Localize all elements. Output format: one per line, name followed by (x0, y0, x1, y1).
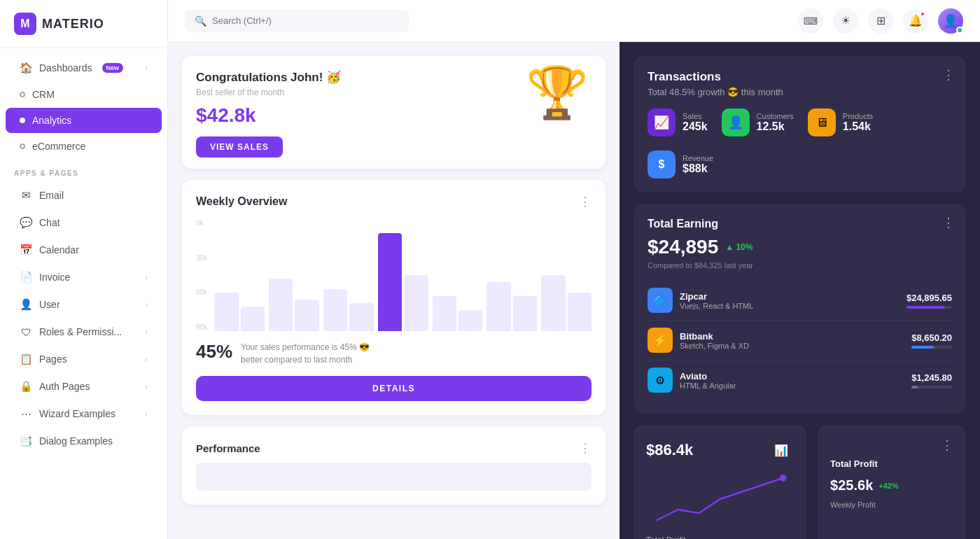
calendar-icon: 📅 (20, 244, 32, 256)
sidebar-item-email[interactable]: ✉ Email (6, 182, 162, 209)
panel-right: ⋮ Transactions Total 48.5% growth 😎 this… (620, 42, 980, 539)
sidebar-item-label: Dashboards (39, 62, 92, 74)
stat-products: 🖥 Products 1.54k (808, 108, 873, 136)
theme-toggle-button[interactable]: ☀ (833, 8, 858, 34)
sidebar-item-wizard[interactable]: ⋯ Wizard Examples › (6, 400, 162, 427)
chevron-down-icon: › (145, 64, 148, 72)
notifications-button[interactable]: 🔔 (903, 8, 928, 34)
nav-dot-active (20, 118, 25, 123)
chevron-right-icon: › (145, 355, 148, 363)
grid-button[interactable]: ⊞ (868, 8, 893, 34)
sidebar-item-label: Auth Pages (39, 381, 90, 392)
sidebar-item-ecommerce[interactable]: eCommerce (6, 134, 162, 159)
performance-card: Performance ⋮ (182, 426, 606, 505)
notification-dot (920, 11, 925, 17)
bar-group-3 (323, 289, 374, 331)
bar-group-2 (269, 279, 319, 331)
bar-light (269, 279, 293, 331)
sidebar-item-dialog[interactable]: 📑 Dialog Examples (6, 428, 162, 454)
bar-purple (378, 233, 402, 331)
stat-sales: 📈 Sales 245k (648, 108, 708, 136)
trophy-icon: 🏆 (526, 63, 589, 122)
revenue-icon: $ (648, 150, 676, 178)
invoice-icon: 📄 (20, 271, 32, 284)
search-bar[interactable]: 🔍 (185, 10, 409, 32)
nav-badge-new: New (102, 63, 124, 73)
sidebar-item-analytics[interactable]: Analytics (6, 108, 162, 133)
bar-light (241, 307, 265, 331)
transactions-menu-button[interactable]: ⋮ (942, 67, 955, 83)
customers-icon: 👤 (722, 108, 750, 136)
sidebar-item-roles[interactable]: 🛡 Roles & Permissi... › (6, 318, 162, 345)
bitbank-value: $8,650.20 (911, 332, 952, 349)
zipcar-progress (906, 306, 952, 309)
total-earning-card: ⋮ Total Earning $24,895 ▲ 10% Compared t… (634, 204, 966, 414)
svg-point-0 (780, 475, 787, 482)
sidebar-item-label: Email (39, 190, 64, 201)
transactions-title: Transactions (648, 70, 952, 84)
sidebar-item-pages[interactable]: 📋 Pages › (6, 346, 162, 372)
earning-item-zipcar: 🔷 Zipcar Vuejs, React & HTML $24,895.65 (648, 281, 952, 321)
earning-badge: ▲ 10% (725, 242, 752, 252)
header-actions: ⌨ ☀ ⊞ 🔔 👤 (798, 8, 963, 34)
sidebar-navigation: 🏠 Dashboards New › CRM Analytics eCommer… (0, 48, 167, 539)
weekly-menu-button[interactable]: ⋮ (579, 194, 592, 209)
weekly-overview-card: Weekly Overview ⋮ 90k 60k 30k 0k (182, 180, 606, 415)
weekly-description: Your sales performance is 45% 😎better co… (241, 341, 370, 366)
stat-info: Revenue $88k (682, 154, 713, 175)
bitbank-logo: ⚡ (648, 328, 673, 353)
profit-chart-icon: 📊 (769, 438, 794, 463)
y-label: 60k (196, 288, 207, 296)
transactions-stats: 📈 Sales 245k 👤 Customers 12.5k (648, 108, 952, 178)
sidebar-item-dashboards[interactable]: 🏠 Dashboards New › (6, 55, 162, 81)
bar-light (404, 275, 428, 331)
weekly-percentage: 45% (196, 341, 232, 363)
y-label: 30k (196, 254, 207, 262)
chevron-right-icon: › (145, 382, 148, 391)
earning-compare: Compared to $84,325 last year (648, 261, 952, 270)
sidebar-item-auth[interactable]: 🔒 Auth Pages › (6, 373, 162, 400)
y-label: 90k (196, 323, 207, 331)
stat-info: Customers 12.5k (757, 112, 794, 133)
user-avatar[interactable]: 👤 (938, 8, 963, 34)
bar-group-1 (214, 293, 265, 331)
profit-chart-label: Total Profit (646, 536, 794, 539)
sales-icon: 📈 (648, 108, 676, 136)
bar-group-5 (433, 296, 483, 331)
sidebar-item-label: Pages (39, 354, 67, 365)
sidebar-item-crm[interactable]: CRM (6, 82, 162, 107)
weekly-profit-menu-button[interactable]: ⋮ (941, 438, 953, 453)
sidebar-item-invoice[interactable]: 📄 Invoice › (6, 264, 162, 290)
dialog-icon: 📑 (20, 435, 32, 447)
sidebar-item-chat[interactable]: 💬 Chat (6, 209, 162, 236)
bar-light (323, 289, 347, 331)
total-profit-chart-card: $86.4k 📊 Total Profit (634, 425, 806, 539)
stat-customers: 👤 Customers 12.5k (722, 108, 794, 136)
sidebar-logo: M MATERIO (0, 0, 167, 48)
nav-dot (20, 144, 25, 149)
sidebar-item-user[interactable]: 👤 User › (6, 291, 162, 318)
bar-group-6 (486, 282, 537, 331)
earning-title: Total Earning (648, 218, 952, 230)
congratulations-card: Congratulations John! 🥳 Best seller of t… (182, 56, 606, 169)
sidebar: M MATERIO 🏠 Dashboards New › CRM Analyti… (0, 0, 168, 539)
aviato-value: $1,245.80 (911, 372, 952, 388)
view-sales-button[interactable]: VIEW SALES (196, 136, 283, 158)
performance-menu-button[interactable]: ⋮ (579, 440, 592, 456)
sidebar-item-label: User (39, 299, 60, 310)
search-input[interactable] (212, 15, 399, 26)
stat-info: Sales 245k (682, 112, 708, 133)
email-icon: ✉ (20, 189, 32, 202)
bar-light (486, 282, 510, 331)
weekly-profit-sublabel: Weekly Profit (830, 500, 953, 509)
aviato-info: Aviato HTML & Angular (680, 371, 904, 390)
sidebar-item-label: Analytics (32, 115, 71, 126)
performance-chart-placeholder (196, 463, 592, 491)
sidebar-item-label: Dialog Examples (39, 435, 113, 447)
translate-button[interactable]: ⌨ (798, 8, 823, 34)
total-profit-label: Total Profit (830, 458, 878, 469)
chevron-right-icon: › (145, 273, 148, 281)
sidebar-item-calendar[interactable]: 📅 Calendar (6, 237, 162, 263)
details-button[interactable]: DETAILS (196, 376, 592, 401)
earning-menu-button[interactable]: ⋮ (942, 215, 955, 230)
